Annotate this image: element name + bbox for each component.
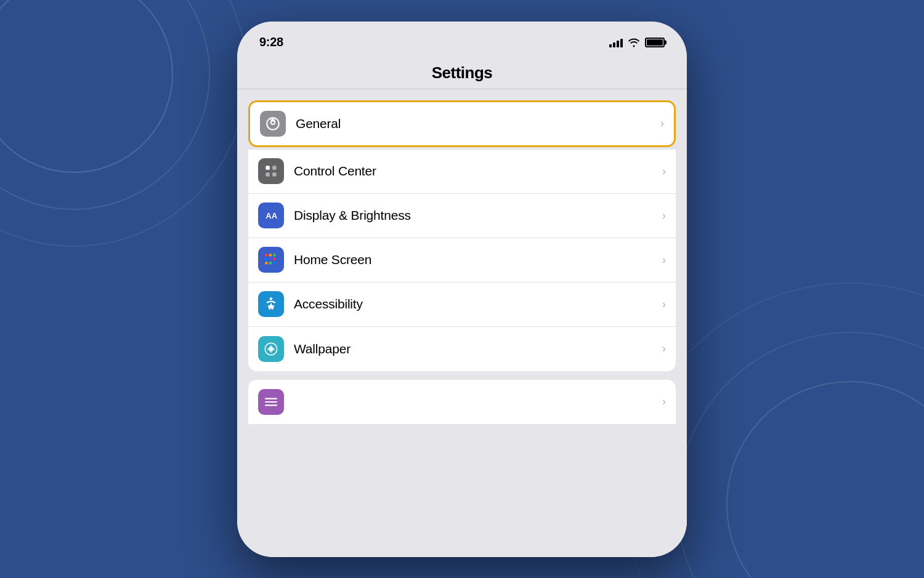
control-center-label: Control Center (294, 164, 657, 179)
svg-rect-7 (265, 172, 270, 177)
battery-icon (645, 38, 665, 47)
accessibility-label: Accessibility (294, 297, 657, 311)
settings-list: General › Control Center › (237, 89, 687, 557)
display-icon: AA (258, 203, 284, 228)
battery-fill (647, 39, 663, 46)
svg-rect-19 (273, 262, 275, 264)
wallpaper-label: Wallpaper (294, 342, 657, 356)
wallpaper-chevron: › (662, 342, 666, 355)
phone-frame: 9:28 (237, 22, 687, 557)
wifi-icon (628, 38, 640, 47)
phone-screen: 9:28 (237, 22, 687, 557)
wallpaper-icon (258, 336, 284, 362)
svg-rect-17 (265, 262, 267, 264)
svg-rect-11 (265, 254, 267, 256)
svg-rect-15 (269, 258, 272, 260)
svg-text:AA: AA (265, 211, 277, 220)
settings-item-display[interactable]: AA Display & Brightness › (248, 194, 676, 238)
svg-rect-9 (272, 172, 277, 177)
general-chevron: › (660, 117, 664, 130)
page-title: Settings (249, 63, 675, 82)
accessibility-chevron: › (662, 298, 666, 311)
settings-item-control-center[interactable]: Control Center › (248, 150, 676, 194)
status-time: 9:28 (259, 35, 283, 49)
svg-point-2 (0, 0, 246, 246)
svg-rect-12 (269, 254, 272, 256)
settings-item-accessibility[interactable]: Accessibility › (248, 283, 676, 327)
svg-point-0 (0, 0, 172, 172)
control-center-chevron: › (662, 165, 666, 178)
home-screen-icon (258, 247, 284, 273)
settings-item-more[interactable]: › (248, 380, 676, 424)
svg-rect-16 (273, 258, 275, 260)
svg-rect-13 (273, 254, 275, 256)
section-spacer (237, 89, 687, 98)
general-icon (260, 111, 286, 137)
svg-point-4 (678, 332, 924, 578)
display-label: Display & Brightness (294, 208, 657, 223)
settings-item-wallpaper[interactable]: Wallpaper › (248, 327, 676, 371)
status-icons (609, 38, 665, 47)
home-screen-chevron: › (662, 254, 666, 267)
display-chevron: › (662, 209, 666, 222)
navigation-bar: Settings (237, 55, 687, 89)
settings-item-general[interactable]: General › (248, 100, 676, 147)
bottom-gap (237, 371, 687, 380)
status-bar: 9:28 (237, 22, 687, 55)
svg-rect-6 (265, 166, 270, 170)
svg-rect-8 (272, 166, 277, 170)
control-center-icon (258, 158, 284, 184)
signal-icon (609, 38, 623, 47)
accessibility-icon (258, 291, 284, 317)
svg-point-20 (270, 297, 272, 300)
svg-point-1 (0, 0, 209, 209)
svg-point-3 (727, 382, 924, 578)
home-screen-label: Home Screen (294, 252, 657, 267)
general-label: General (296, 116, 655, 131)
settings-item-home-screen[interactable]: Home Screen › (248, 238, 676, 283)
svg-rect-14 (265, 258, 267, 260)
svg-rect-18 (269, 262, 272, 264)
more-icon (258, 389, 284, 415)
more-chevron: › (662, 395, 666, 408)
